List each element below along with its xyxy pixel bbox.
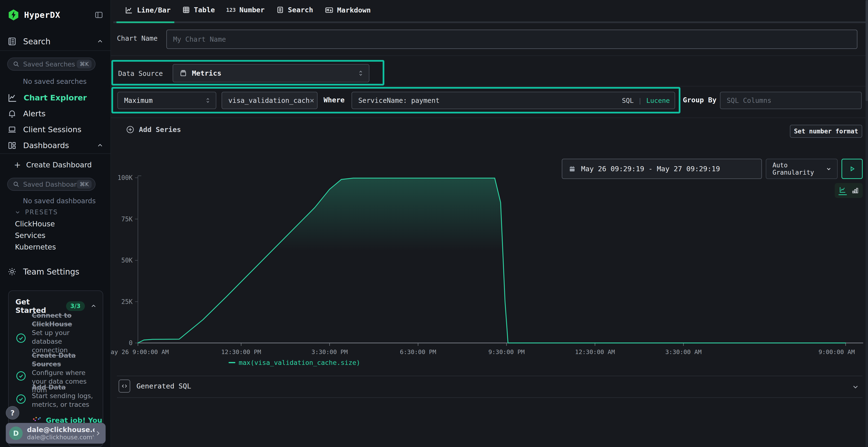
sidebar-section-search[interactable]: Search [7,37,104,46]
search-icon [12,181,20,188]
divider [117,398,863,398]
set-number-format-button[interactable]: Set number format [790,125,862,138]
svg-text:9:30:00 PM: 9:30:00 PM [488,348,525,355]
chevron-down-icon[interactable] [851,383,859,391]
chart-name-input[interactable] [166,30,858,49]
lucene-mode-toggle[interactable]: Lucene [646,97,670,104]
checklist-item-desc: Start sending logs, metrics, or traces [32,392,93,408]
code-icon [119,380,130,392]
dashboards-label: Dashboards [23,141,69,150]
presets-label: PRESETS [25,209,58,216]
user-email: dale@clickhouse.com [27,426,94,434]
help-label: ? [10,409,14,417]
svg-text:75K: 75K [121,215,133,223]
avatar: D [9,426,23,440]
tab-search[interactable]: Search [276,6,313,14]
svg-text:0: 0 [129,339,133,347]
sidebar-divider [0,50,111,51]
saved-searches-input[interactable]: ⌘K [7,58,95,71]
chevron-up-icon [96,142,104,149]
get-started-badge: 3/3 [66,301,85,311]
chart-explorer-label: Chart Explorer [24,93,87,102]
tab-number[interactable]: 123 Number [226,6,265,14]
cmd-k-kbd: ⌘K [77,180,92,188]
where-value: ServiceName: payment [358,97,439,105]
app-root: HyperDX Search ⌘K No saved searches [0,0,868,447]
chart-legend[interactable]: max(visa_validation_cache.size) [228,359,360,366]
metric-tag[interactable]: visa_validation_cach × [222,92,317,109]
preset-services[interactable]: Services [15,231,45,240]
logo-row: HyperDX [7,9,60,21]
checklist-item-desc: Set up your database connection [32,329,69,354]
select-chevrons-icon [205,97,211,104]
sidebar-item-dashboards[interactable]: Dashboards [7,139,104,152]
presets-header[interactable]: PRESETS [14,209,58,216]
checklist-item-connect[interactable]: Connect to ClickHouse Set up your databa… [16,311,97,354]
help-button[interactable]: ? [6,406,19,419]
saved-dashboards-field[interactable] [23,181,77,188]
add-series-button[interactable]: Add Series [126,125,181,134]
sidebar: HyperDX Search ⌘K No saved searches [0,0,111,447]
main-content: Line/Bar Table 123 Number Search Markdow… [111,0,868,447]
checklist-item-title: Connect to ClickHouse [32,312,72,328]
data-source-select[interactable]: Metrics [173,64,369,82]
group-by-input[interactable] [720,92,862,109]
select-chevrons-icon [357,69,364,77]
saved-searches-field[interactable] [23,61,77,68]
team-settings-label: Team Settings [23,267,79,276]
tab-underline-track [113,22,868,23]
add-series-label: Add Series [139,126,181,134]
checklist-item-add-data[interactable]: Add Data Start sending logs, metrics, or… [16,383,97,409]
mode-separator: | [638,97,642,104]
divider [111,117,868,118]
collapse-sidebar-icon[interactable] [94,10,104,19]
generated-sql-toggle[interactable]: Generated SQL [119,380,191,392]
chevron-right-icon [94,430,101,437]
no-saved-searches-text: No saved searches [23,77,87,85]
chart-name-label: Chart Name [117,34,158,42]
user-menu[interactable]: D dale@clickhouse.com dale@clickhouse.co… [6,423,105,444]
divider [111,86,868,87]
line-chart-icon [125,6,133,14]
plus-circle-icon [126,125,134,134]
preset-clickhouse[interactable]: ClickHouse [15,220,55,228]
search-icon [12,61,20,68]
chevron-up-icon [96,38,104,45]
hyperdx-logo-icon [7,9,20,21]
preset-kubernetes[interactable]: Kubernetes [15,243,56,251]
sidebar-item-chart-explorer[interactable]: Chart Explorer [7,91,87,105]
tab-table[interactable]: Table [182,6,215,14]
sql-mode-toggle[interactable]: SQL [622,97,633,104]
search-section-icon [7,37,17,46]
remove-metric-icon[interactable]: × [310,97,314,104]
chevron-up-icon [90,303,97,309]
sidebar-item-team-settings[interactable]: Team Settings [7,265,79,278]
no-saved-dashboards-text: No saved dashboards [23,197,96,205]
table-icon [182,6,190,14]
create-dashboard-button[interactable]: + Create Dashboard [14,159,92,171]
data-source-label: Data Source [118,70,163,77]
tab-active-indicator [117,22,174,23]
plus-icon: + [14,161,21,169]
aggregation-select[interactable]: Maximum [117,92,216,109]
search-section-label: Search [23,37,51,46]
scrollbar-thumb[interactable] [866,0,868,101]
tab-markdown[interactable]: Markdown [325,6,371,14]
legend-swatch [228,362,235,363]
sidebar-item-alerts[interactable]: Alerts [7,107,45,121]
timeseries-chart[interactable]: 025K50K75K100KMay 26 9:00:00 AM12:30:00 … [111,169,868,361]
alerts-label: Alerts [23,109,45,118]
svg-text:100K: 100K [117,174,133,181]
saved-dashboards-input[interactable]: ⌘K [7,178,95,191]
sidebar-item-client-sessions[interactable]: Client Sessions [7,123,82,136]
divider [117,376,863,376]
legend-series-name: max(visa_validation_cache.size) [239,359,360,366]
sidebar-divider [0,153,111,154]
tab-line-bar[interactable]: Line/Bar [125,6,171,14]
divider [111,56,868,56]
svg-text:6:30:00 PM: 6:30:00 PM [400,348,436,355]
check-circle-icon [16,322,27,354]
where-input[interactable]: ServiceName: payment SQL | Lucene [351,92,675,109]
cmd-k-kbd: ⌘K [77,60,92,68]
generated-sql-label: Generated SQL [136,382,191,390]
